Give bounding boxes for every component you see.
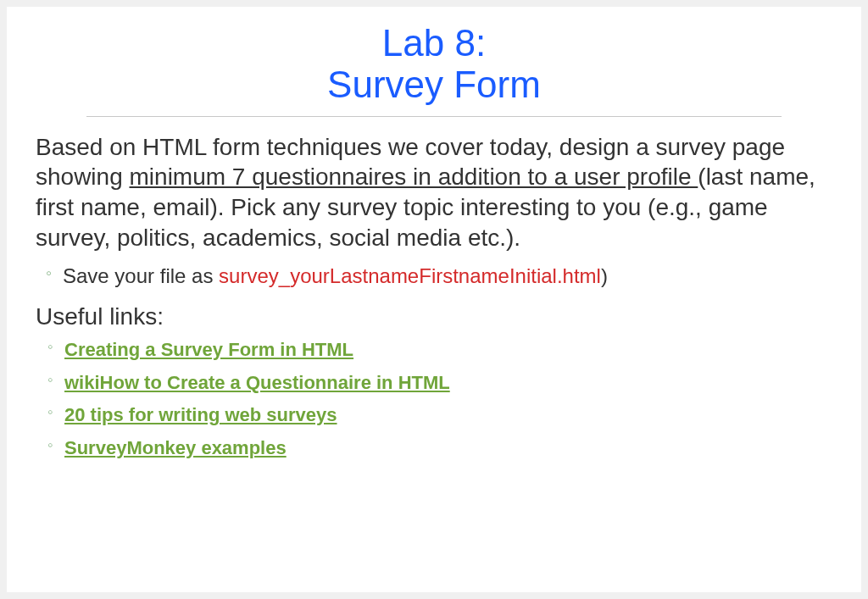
link-item-0: Creating a Survey Form in HTML <box>47 334 832 367</box>
save-instruction-item: Save your file as survey_yourLastnameFir… <box>46 260 832 291</box>
title-line-1: Lab 8: <box>36 22 832 64</box>
title-line-2: Survey Form <box>36 64 832 105</box>
link-surveymonkey[interactable]: SurveyMonkey examples <box>64 437 287 458</box>
intro-paragraph: Based on HTML form techniques we cover t… <box>36 132 832 253</box>
slide-content: Lab 8: Survey Form Based on HTML form te… <box>7 7 861 592</box>
useful-links-heading: Useful links: <box>36 303 832 330</box>
link-wikihow[interactable]: wikiHow to Create a Questionnaire in HTM… <box>64 372 450 393</box>
link-item-3: SurveyMonkey examples <box>47 432 832 465</box>
slide-title: Lab 8: Survey Form <box>36 22 832 106</box>
save-filename: survey_yourLastnameFirstnameInitial.html <box>219 264 601 287</box>
link-item-2: 20 tips for writing web surveys <box>47 399 832 432</box>
link-20-tips[interactable]: 20 tips for writing web surveys <box>64 404 337 425</box>
link-item-1: wikiHow to Create a Questionnaire in HTM… <box>47 367 832 400</box>
link-creating-survey[interactable]: Creating a Survey Form in HTML <box>64 339 353 360</box>
title-divider <box>86 116 782 117</box>
save-instruction-list: Save your file as survey_yourLastnameFir… <box>36 260 832 291</box>
save-prefix: Save your file as <box>63 264 219 287</box>
intro-underlined: minimum 7 questionnaires in addition to … <box>130 164 698 190</box>
links-list: Creating a Survey Form in HTML wikiHow t… <box>36 334 832 464</box>
save-suffix: ) <box>601 264 608 287</box>
